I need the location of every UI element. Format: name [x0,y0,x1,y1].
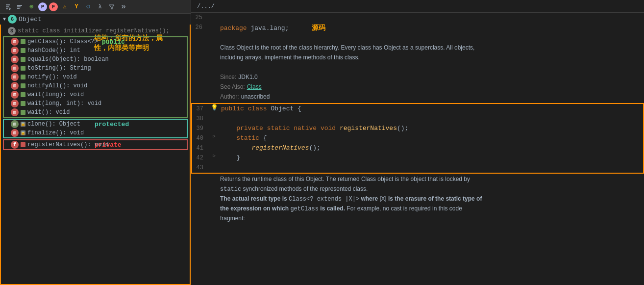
list-item[interactable]: m hashCode(): int [4,46,187,55]
method-badge: m [11,73,19,81]
static-badge: S [8,27,16,35]
file-path: /.../ [197,3,215,10]
toolbar: ⊕ P F ⚠ Y ○ λ » [0,0,191,14]
doc-bottom-2: static synchronized methods of the repre… [218,184,644,194]
doc-bottom-5: fragment: [218,214,644,223]
line-number: 40 [192,133,209,143]
doc-bottom-3: The actual result type is Class<? extend… [218,194,644,204]
circle-icon[interactable]: ○ [83,2,93,12]
doc-bottom-row1: Returns the runtime class of this Object… [191,175,644,184]
y-icon[interactable]: Y [72,2,81,12]
method-label: wait(long, int): void [27,100,101,107]
seealso-row: See Also: Class [218,82,262,92]
group-protected: protected m 🔒 clone(): Object m 🔒 finali… [3,119,188,138]
visibility-icon [21,66,25,71]
list-item[interactable]: m wait(long): void [4,90,187,99]
tree-area: S static class initializer registerNativ… [0,25,191,285]
author-label: Author: [220,92,239,102]
line-number: 37 [192,104,209,114]
triangle-gutter: ▷ [209,153,219,158]
lock-icon: 🔒 [21,122,25,127]
sort-icon[interactable] [15,2,25,12]
list-item[interactable]: m wait(long, int): void [4,99,187,108]
tree-root[interactable]: ▼ G Object [0,14,191,25]
left-panel: ⊕ P F ⚠ Y ○ λ » ▼ G Object S static clas… [0,0,191,285]
visibility-icon [21,92,25,97]
object-class-icon: G [8,15,17,24]
line-number: 26 [191,23,208,32]
more-icon[interactable]: » [119,2,128,12]
code-line: 40 ▷ static { [192,133,643,143]
method-label: registerNatives(): void [27,141,109,148]
fold-icon: ▷ [213,153,215,158]
line-number: 43 [192,163,209,173]
list-item[interactable]: m equals(Object): boolean [4,55,187,64]
code-line: Class Object is the root of the class hi… [191,43,644,53]
since-value: JDK1.0 [238,73,257,82]
group-private: private f registerNatives(): void [3,139,188,150]
list-item[interactable]: m 🔒 finalize(): void [4,129,187,137]
line-number: 38 [192,114,209,124]
line-42-content: } [219,153,643,163]
sort-down-icon[interactable] [3,2,13,12]
fold-icon: ▷ [213,133,215,139]
static-item-label: static class initializer registerNatives… [18,27,170,34]
group-public: public m getClass(): Class<?> m hashCode… [3,36,188,118]
seealso-value[interactable]: Class [247,82,262,92]
list-item[interactable]: f registerNatives(): void [4,140,187,149]
method-badge: m [11,100,19,107]
line-37-content: public class Object { [219,104,643,114]
meta-since-row: Since: JDK1.0 [191,73,644,82]
f-icon[interactable]: F [49,2,58,11]
method-label: equals(Object): boolean [27,56,109,63]
code-line: 39 private static native void registerNa… [192,124,643,133]
line-number: 42 [192,153,209,163]
lambda-icon[interactable]: λ [95,2,105,12]
meta-author-row: Author: unascribed [191,92,644,102]
method-label: finalize(): void [27,130,84,136]
lock-icon: 🔒 [21,130,25,135]
doc-bottom-row3: The actual result type is Class<? extend… [191,194,644,204]
list-item[interactable]: m notify(): void [4,73,187,81]
since-label: Since: [220,73,236,82]
source-label: 源码 [312,24,325,31]
code-line: 42 ▷ } [192,153,643,163]
code-line: 37 💡 public class Object { [192,104,643,114]
visibility-icon [21,75,25,79]
file-tab: /.../ [191,0,644,13]
list-item[interactable]: m notifyAll(): void [4,81,187,90]
since-row: Since: JDK1.0 [218,73,258,82]
bulb-gutter: 💡 [209,104,219,111]
right-panel: /.../ 25 26 package java.lang; 源码 [191,0,644,285]
visibility-icon [21,110,25,115]
code-line: including arrays, implement the methods … [191,53,644,63]
method-label: wait(): void [27,109,70,116]
method-label: notify(): void [27,74,77,80]
method-badge: m [11,108,19,116]
method-label: getClass(): Class<?> [27,38,98,45]
list-item[interactable]: m toString(): String [4,64,187,73]
author-row: Author: unascribed [218,92,270,102]
warning-icon[interactable]: ⚠ [60,2,70,12]
code-line: 38 [192,114,643,124]
doc-bottom-row2: static synchronized methods of the repre… [191,184,644,194]
doc-bottom-row5: fragment: [191,214,644,224]
static-item[interactable]: S static class initializer registerNativ… [1,26,190,35]
line-number: 25 [191,13,208,23]
line-39-content: private static native void registerNativ… [219,124,643,133]
code-line: 43 [192,163,643,173]
list-item[interactable]: m getClass(): Class<?> [4,37,187,46]
filter-icon[interactable] [107,2,117,12]
p-icon[interactable]: P [38,2,47,11]
code-area: 25 26 package java.lang; 源码 Class Object… [191,13,644,285]
method-label: notifyAll(): void [27,82,87,89]
line-41-content: registerNatives(); [219,143,643,153]
list-item[interactable]: m wait(): void [4,108,187,117]
doc-line-2: including arrays, implement the methods … [218,53,644,62]
list-item[interactable]: m 🔒 clone(): Object [4,120,187,129]
triangle-gutter: ▷ [209,133,219,139]
doc-bottom-row4: the expression on which getClass is call… [191,204,644,214]
method-label: toString(): String [27,65,91,72]
method-badge: m [11,82,19,90]
expand-icon[interactable]: ⊕ [26,2,36,12]
